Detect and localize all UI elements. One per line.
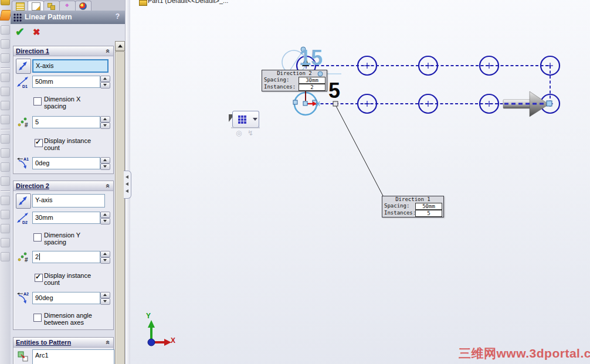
entities-to-pattern-group: Entities to Pattern « Arc1 bbox=[13, 337, 114, 364]
display-instance-count-d1-label: Display instance count bbox=[44, 137, 98, 151]
instance-count-text[interactable]: 5 bbox=[328, 79, 340, 103]
feature-tool-icon[interactable] bbox=[1, 196, 10, 205]
spin-up-icon[interactable] bbox=[100, 157, 110, 164]
panel-collapse-handle[interactable] bbox=[124, 171, 131, 199]
panel-scrollbar[interactable] bbox=[115, 41, 125, 364]
spacing-d2-icon: D2 bbox=[16, 212, 30, 226]
spin-down-icon[interactable] bbox=[100, 82, 110, 89]
tab-dimxpertmanager[interactable]: ⌖ bbox=[59, 1, 76, 11]
dimension-angle-between-axes-checkbox[interactable] bbox=[33, 314, 42, 322]
direction2-header[interactable]: Direction 2 « bbox=[13, 181, 113, 191]
callout-spacing-value[interactable]: 50mm bbox=[415, 203, 442, 210]
direction2-spacing-spinner[interactable] bbox=[100, 212, 110, 224]
cancel-x-button[interactable]: ✖ bbox=[33, 27, 40, 38]
direction1-angle-spinner[interactable] bbox=[100, 157, 110, 169]
spin-up-icon[interactable] bbox=[100, 76, 110, 82]
direction2-spacing-field[interactable]: 30mm bbox=[32, 212, 100, 224]
spin-down-icon[interactable] bbox=[100, 298, 110, 305]
scrollbar-thumb[interactable] bbox=[115, 52, 125, 364]
linear-sketch-pattern-button[interactable] bbox=[232, 111, 252, 128]
feature-tool-icon[interactable] bbox=[1, 39, 10, 49]
feature-tool-icon[interactable] bbox=[1, 162, 10, 172]
help-icon[interactable]: ? bbox=[116, 12, 120, 21]
spin-down-icon[interactable] bbox=[100, 123, 110, 129]
direction1-header[interactable]: Direction 1 « bbox=[13, 46, 113, 56]
direction2-count-spinner[interactable] bbox=[100, 251, 110, 263]
pattern-grid-icon bbox=[238, 115, 240, 118]
direction2-count-field[interactable]: 2 bbox=[32, 251, 100, 263]
active-feature-tool-icon[interactable] bbox=[0, 10, 11, 21]
entities-header[interactable]: Entities to Pattern « bbox=[13, 338, 113, 348]
feature-tool-icon[interactable] bbox=[1, 148, 10, 158]
spin-up-icon[interactable] bbox=[100, 251, 110, 257]
graphics-viewport[interactable]: Part1 (Default<<Default>_... bbox=[130, 0, 590, 364]
display-instance-count-d1-checkbox[interactable] bbox=[35, 139, 43, 147]
scrollbar-up-icon[interactable] bbox=[115, 41, 125, 51]
feature-tool-icon[interactable] bbox=[1, 101, 10, 110]
direction1-callout-leader bbox=[333, 101, 384, 197]
direction1-spacing-spinner[interactable] bbox=[100, 76, 110, 88]
callout-title: Direction 2 bbox=[262, 70, 327, 77]
direction1-reverse-button[interactable] bbox=[16, 59, 31, 74]
spin-up-icon[interactable] bbox=[100, 292, 110, 298]
feature-tool-icon[interactable] bbox=[1, 73, 10, 82]
feature-tool-icon[interactable] bbox=[1, 53, 10, 63]
direction1-count-field[interactable]: 5 bbox=[32, 116, 100, 128]
dimension-y-spacing-checkbox[interactable] bbox=[33, 233, 42, 241]
callout-instances-value[interactable]: 5 bbox=[415, 210, 442, 217]
tab-featuremanager[interactable] bbox=[12, 1, 28, 11]
direction1-angle-field[interactable]: 0deg bbox=[32, 157, 100, 169]
spin-up-icon[interactable] bbox=[100, 116, 110, 123]
direction1-callout[interactable]: Direction 1 Spacing: 50mm Instances: 5 bbox=[382, 196, 444, 217]
pattern-geometry bbox=[130, 0, 590, 364]
feature-tool-icon[interactable] bbox=[1, 87, 10, 96]
direction2-callout[interactable]: Direction 2 Spacing: 30mm Instances: 2 bbox=[262, 70, 327, 91]
callout-spacing-value[interactable]: 30mm bbox=[299, 77, 325, 84]
direction2-angle-spinner[interactable] bbox=[100, 292, 110, 304]
dimension-x-spacing-checkbox[interactable] bbox=[33, 97, 42, 106]
svg-text:#: # bbox=[25, 122, 28, 128]
feature-tool-icon[interactable] bbox=[1, 0, 10, 5]
direction1-drag-arrow[interactable] bbox=[503, 91, 552, 117]
display-sphere-icon bbox=[79, 2, 87, 10]
tab-propertymanager[interactable] bbox=[28, 1, 44, 11]
pattern-dropdown-button[interactable] bbox=[251, 111, 259, 128]
direction1-spacing-field[interactable]: 50mm bbox=[32, 76, 100, 88]
direction1-count-spinner[interactable] bbox=[100, 116, 110, 128]
ok-check-button[interactable]: ✔ bbox=[15, 25, 25, 39]
display-instance-count-d2-checkbox[interactable] bbox=[35, 274, 43, 282]
collapse-chevron-icon[interactable]: « bbox=[104, 341, 113, 345]
toolbar-separator bbox=[1, 129, 10, 130]
feature-tool-icon[interactable] bbox=[1, 176, 10, 186]
callout-spacing-label: Spacing: bbox=[264, 77, 289, 83]
direction2-axis-field[interactable]: Y-axis bbox=[32, 194, 105, 207]
spin-down-icon[interactable] bbox=[100, 218, 110, 224]
entities-listbox[interactable]: Arc1 bbox=[32, 349, 114, 364]
feature-tool-icon[interactable] bbox=[1, 238, 10, 247]
spin-up-icon[interactable] bbox=[100, 212, 110, 218]
direction2-angle-field[interactable]: 90deg bbox=[32, 292, 100, 304]
spin-down-icon[interactable] bbox=[100, 257, 110, 264]
svg-text:D1: D1 bbox=[22, 84, 28, 89]
collapse-chevron-icon[interactable]: « bbox=[104, 184, 113, 188]
seed-handles[interactable] bbox=[293, 100, 321, 106]
svg-text:D2: D2 bbox=[22, 220, 28, 224]
feature-tool-icon[interactable] bbox=[1, 115, 10, 124]
collapse-arrow-icon bbox=[126, 189, 128, 193]
tab-displaymanager[interactable] bbox=[75, 1, 91, 11]
direction2-reverse-button[interactable] bbox=[16, 193, 31, 209]
feature-tool-icon[interactable] bbox=[1, 25, 10, 35]
tab-configurationmanager[interactable] bbox=[43, 1, 60, 11]
feature-tool-icon[interactable] bbox=[1, 252, 10, 261]
feature-tool-icon[interactable] bbox=[1, 224, 10, 233]
callout-instances-value[interactable]: 2 bbox=[299, 84, 325, 91]
collapse-chevron-icon[interactable]: « bbox=[104, 49, 113, 53]
pattern-circle bbox=[419, 94, 438, 113]
sketch-dimension-text[interactable]: 15 bbox=[299, 46, 323, 70]
feature-tool-icon[interactable] bbox=[1, 210, 10, 219]
feature-tool-icon[interactable] bbox=[1, 134, 10, 144]
direction1-axis-field[interactable]: X-axis bbox=[32, 59, 108, 73]
spin-down-icon[interactable] bbox=[100, 164, 110, 170]
entities-list-item[interactable]: Arc1 bbox=[35, 352, 49, 359]
svg-text:A2: A2 bbox=[23, 292, 29, 296]
